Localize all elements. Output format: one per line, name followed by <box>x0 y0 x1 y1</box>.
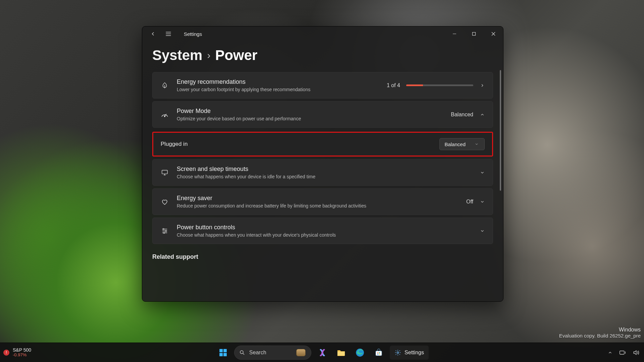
svg-point-3 <box>163 228 164 230</box>
gauge-icon <box>160 111 169 118</box>
watermark-line2: Evaluation copy. Build 26252.ge_pre <box>559 333 641 339</box>
activation-watermark: Windows Evaluation copy. Build 26252.ge_… <box>559 327 641 339</box>
settings-window: Settings System › Power <box>142 26 503 302</box>
breadcrumb-parent[interactable]: System <box>152 47 202 63</box>
svg-rect-13 <box>376 351 382 356</box>
svg-rect-9 <box>223 353 227 356</box>
card-energy-saver[interactable]: Energy saver Reduce power consumption an… <box>152 188 493 215</box>
plugged-in-dropdown[interactable]: Balanced <box>439 138 485 150</box>
highlight-annotation: Plugged in Balanced <box>152 132 493 157</box>
card-subtitle: Reduce power consumption and increase ba… <box>177 203 459 208</box>
taskbar-search[interactable]: Search <box>234 346 311 360</box>
breadcrumb-current: Power <box>215 47 257 63</box>
back-button[interactable] <box>148 29 158 39</box>
card-screen-sleep[interactable]: Screen and sleep timeouts Choose what ha… <box>152 159 493 186</box>
related-support-heading: Related support <box>152 253 493 260</box>
card-energy-recommendations[interactable]: Energy recommendations Lower your carbon… <box>152 72 493 99</box>
svg-rect-17 <box>379 354 380 355</box>
card-title: Screen and sleep timeouts <box>177 166 472 173</box>
row-plugged-in: Plugged in Balanced <box>153 133 492 156</box>
svg-rect-11 <box>337 352 345 356</box>
search-highlight-icon <box>296 349 306 356</box>
monitor-icon <box>160 169 169 176</box>
search-icon <box>239 350 245 356</box>
window-maximize[interactable] <box>464 26 484 41</box>
svg-rect-2 <box>162 170 167 174</box>
settings-content: System › Power Energy recommendations Lo… <box>142 41 503 301</box>
window-title: Settings <box>184 31 202 37</box>
window-close[interactable] <box>484 26 503 41</box>
chevron-down-icon <box>474 141 480 147</box>
taskbar: ! S&P 500 -0.97% Search <box>0 343 644 362</box>
taskbar-edge[interactable] <box>352 345 368 360</box>
widget-change: -0.97% <box>13 353 31 357</box>
card-subtitle: Optimize your device based on power use … <box>177 116 443 121</box>
taskbar-app-settings[interactable]: Settings <box>390 346 429 360</box>
heart-leaf-icon <box>160 198 169 205</box>
start-button[interactable] <box>215 345 231 360</box>
taskbar-explorer[interactable] <box>333 345 349 360</box>
taskbar-store[interactable] <box>371 345 386 360</box>
svg-point-4 <box>165 230 167 232</box>
svg-rect-19 <box>620 351 624 354</box>
leaf-icon <box>160 82 169 89</box>
nav-menu-button[interactable] <box>164 29 173 39</box>
chevron-up-icon <box>479 112 485 118</box>
window-minimize[interactable] <box>445 26 464 41</box>
svg-rect-14 <box>377 352 378 353</box>
svg-point-5 <box>163 232 165 233</box>
scrollbar-thumb[interactable] <box>500 70 501 191</box>
sliders-icon <box>160 228 169 234</box>
card-subtitle: Choose what happens when your device is … <box>177 174 472 179</box>
svg-rect-0 <box>473 33 476 36</box>
watermark-line1: Windows <box>559 327 641 333</box>
chevron-down-icon <box>479 228 485 234</box>
gear-icon <box>394 349 401 356</box>
card-power-button-controls[interactable]: Power button controls Choose what happen… <box>152 218 493 244</box>
tray-network-icon[interactable] <box>619 350 626 356</box>
svg-rect-6 <box>219 349 223 352</box>
card-subtitle: Lower your carbon footprint by applying … <box>177 87 379 92</box>
tray-volume-icon[interactable] <box>633 350 639 356</box>
plugged-in-label: Plugged in <box>161 141 439 147</box>
breadcrumb: System › Power <box>152 47 493 63</box>
energy-saver-value: Off <box>466 199 473 205</box>
chevron-down-icon <box>479 199 485 205</box>
widget-badge-icon: ! <box>3 350 9 356</box>
svg-point-10 <box>240 351 243 354</box>
card-power-mode[interactable]: Power Mode Optimize your device based on… <box>152 101 493 128</box>
svg-rect-15 <box>379 352 380 353</box>
breadcrumb-separator-icon: › <box>207 50 210 60</box>
svg-point-18 <box>397 352 399 353</box>
chevron-right-icon <box>479 82 485 88</box>
power-mode-value: Balanced <box>451 112 473 118</box>
widget-title: S&P 500 <box>13 348 31 353</box>
chevron-down-icon <box>479 170 485 176</box>
progress-bar <box>406 84 473 86</box>
card-subtitle: Choose what happens when you interact wi… <box>177 232 472 238</box>
progress-label: 1 of 4 <box>387 82 400 88</box>
taskbar-copilot[interactable] <box>315 345 330 360</box>
card-title: Power Mode <box>177 108 443 115</box>
tray-overflow[interactable] <box>608 350 612 355</box>
svg-rect-7 <box>223 349 227 352</box>
svg-rect-8 <box>219 353 223 356</box>
widgets-button[interactable]: ! S&P 500 -0.97% <box>0 348 31 358</box>
card-title: Power button controls <box>177 224 472 231</box>
card-title: Energy saver <box>177 195 459 202</box>
desktop: Settings System › Power <box>0 0 644 362</box>
taskbar-app-label: Settings <box>405 350 424 356</box>
titlebar: Settings <box>142 26 503 41</box>
svg-point-1 <box>164 116 165 117</box>
svg-rect-16 <box>377 354 378 355</box>
dropdown-value: Balanced <box>444 141 466 147</box>
card-title: Energy recommendations <box>177 78 379 85</box>
search-placeholder: Search <box>249 350 292 356</box>
